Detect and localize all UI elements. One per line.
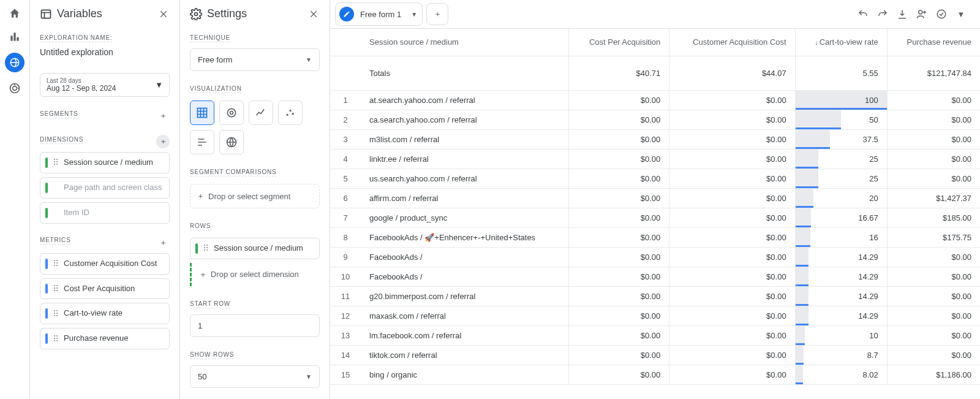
dimension-chip[interactable]: ⠿Session source / medium: [40, 152, 170, 173]
tab-bar: Free form 1 ▼ ＋ ▼: [330, 0, 980, 29]
table-row[interactable]: 7google / product_sync$0.00$0.0016.67$18…: [330, 208, 980, 227]
table-row[interactable]: 14tiktok.com / referral$0.00$0.008.7$0.0…: [330, 345, 980, 365]
metric-chip[interactable]: ⠿Customer Acquisition Cost: [40, 253, 170, 275]
chevron-down-icon: ▼: [155, 80, 163, 89]
drag-handle-icon: ⠿: [53, 309, 59, 319]
technique-label: TECHNIQUE: [190, 34, 230, 42]
show-rows-label: SHOW ROWS: [190, 351, 234, 359]
viz-table-button[interactable]: [190, 101, 214, 125]
sort-desc-icon: ↓: [815, 39, 818, 46]
variables-panel: Variables EXPLORATION NAME: Untitled exp…: [29, 0, 179, 399]
dimension-chip[interactable]: ⠿Item ID: [40, 202, 170, 224]
pencil-icon: [339, 7, 354, 21]
table-row[interactable]: 13lm.facebook.com / referral$0.00$0.0010…: [330, 325, 980, 345]
table-row[interactable]: 8FacebookAds / 🚀+Enhencer+-+United+State…: [330, 227, 980, 247]
download-button[interactable]: [895, 7, 909, 21]
add-tab-button[interactable]: ＋: [426, 3, 448, 25]
settings-title: Settings: [190, 7, 247, 20]
table-row[interactable]: 9FacebookAds /$0.00$0.0014.29$0.00: [330, 247, 980, 267]
viz-donut-button[interactable]: [219, 101, 244, 125]
table-row[interactable]: 1at.search.yahoo.com / referral$0.00$0.0…: [330, 90, 980, 110]
rows-label: ROWS: [190, 222, 211, 230]
close-icon[interactable]: [307, 8, 320, 20]
svg-rect-6: [42, 10, 51, 18]
col-m4[interactable]: Purchase revenue: [887, 29, 980, 56]
start-row-label: START ROW: [190, 300, 230, 308]
metrics-label: METRICS: [40, 237, 71, 245]
chevron-down-icon: ▼: [411, 11, 417, 18]
insights-button[interactable]: [935, 7, 948, 21]
drag-handle-icon: ⠿: [53, 259, 59, 268]
drag-handle-icon: ⠿: [203, 243, 209, 253]
home-icon[interactable]: [7, 6, 22, 21]
segment-comparisons-label: SEGMENT COMPARISONS: [190, 169, 277, 177]
date-range-picker[interactable]: Last 28 days Aug 12 - Sep 8, 2024 ▼: [40, 73, 170, 97]
gear-icon: [190, 8, 202, 20]
main-area: Free form 1 ▼ ＋ ▼ Session source / mediu…: [330, 0, 980, 399]
redo-button[interactable]: [876, 7, 889, 21]
nav-rail: [0, 0, 29, 399]
start-row-input[interactable]: [190, 314, 320, 337]
rows-dropzone[interactable]: ＋ Drop or select dimension: [190, 263, 320, 286]
settings-panel: Settings TECHNIQUE Free form▼ VISUALIZAT…: [179, 0, 330, 399]
drag-handle-icon: ⠿: [53, 158, 59, 167]
table-row[interactable]: 12maxask.com / referral$0.00$0.0014.29$0…: [330, 306, 980, 325]
dimensions-label: DIMENSIONS: [40, 136, 83, 144]
col-m2[interactable]: Customer Acquisition Cost: [669, 29, 795, 56]
svg-point-11: [286, 114, 288, 116]
svg-point-7: [195, 12, 198, 15]
drag-handle-icon: ⠿: [53, 284, 59, 294]
exploration-name-label: EXPLORATION NAME:: [40, 34, 112, 42]
dimension-chip[interactable]: ⠿Page path and screen class: [40, 177, 170, 199]
chevron-down-icon: ▼: [306, 56, 312, 63]
add-dimension-button[interactable]: ＋: [156, 135, 170, 148]
table-row[interactable]: 10FacebookAds /$0.00$0.0014.29$0.00: [330, 267, 980, 286]
svg-rect-1: [13, 32, 15, 40]
svg-point-10: [230, 112, 233, 115]
table-row[interactable]: 6affirm.com / referral$0.00$0.0020$1,427…: [330, 188, 980, 208]
advertising-icon[interactable]: [7, 81, 22, 96]
segments-label: SEGMENTS: [40, 110, 78, 118]
explore-icon[interactable]: [5, 53, 24, 72]
undo-button[interactable]: [856, 7, 870, 21]
drag-handle-icon: ⠿: [53, 334, 59, 344]
svg-rect-0: [10, 36, 12, 40]
svg-point-5: [13, 86, 17, 91]
svg-point-13: [292, 113, 294, 115]
table-row[interactable]: 4linktr.ee / referral$0.00$0.0025$0.00: [330, 149, 980, 169]
exploration-name[interactable]: Untitled exploration: [40, 47, 170, 57]
viz-geo-button[interactable]: [219, 130, 244, 154]
data-table[interactable]: Session source / medium Cost Per Acquisi…: [330, 29, 980, 399]
more-button[interactable]: ▼: [954, 7, 968, 21]
metric-chip[interactable]: ⠿Cart-to-view rate: [40, 303, 170, 324]
tab-freeform[interactable]: Free form 1 ▼: [335, 2, 423, 26]
metric-chip[interactable]: ⠿Cost Per Acquisition: [40, 278, 170, 300]
table-row[interactable]: 5us.search.yahoo.com / referral$0.00$0.0…: [330, 169, 980, 188]
table-row[interactable]: 3m3list.com / referral$0.00$0.0037.5$0.0…: [330, 129, 980, 149]
col-dimension[interactable]: Session source / medium: [361, 29, 568, 56]
metric-chip[interactable]: ⠿Purchase revenue: [40, 328, 170, 349]
share-button[interactable]: [915, 7, 929, 21]
show-rows-select[interactable]: 50▼: [190, 365, 320, 388]
variables-title: Variables: [40, 7, 102, 20]
variables-icon: [40, 8, 52, 20]
col-m3[interactable]: ↓Cart-to-view rate: [795, 29, 887, 56]
viz-scatter-button[interactable]: [278, 101, 303, 125]
col-m1[interactable]: Cost Per Acquisition: [568, 29, 669, 56]
table-row[interactable]: 15bing / organic$0.00$0.008.02$1,186.00: [330, 365, 980, 384]
chevron-down-icon: ▼: [306, 373, 312, 380]
reports-icon[interactable]: [7, 29, 22, 44]
close-icon[interactable]: [157, 8, 170, 20]
segment-dropzone[interactable]: ＋ Drop or select segment: [190, 184, 320, 208]
rows-chip[interactable]: ⠿ Session source / medium: [190, 238, 320, 259]
svg-rect-8: [198, 108, 207, 118]
viz-bar-button[interactable]: [190, 130, 214, 154]
table-row[interactable]: 2ca.search.yahoo.com / referral$0.00$0.0…: [330, 110, 980, 129]
visualization-label: VISUALIZATION: [190, 85, 242, 93]
svg-point-9: [227, 108, 235, 116]
technique-select[interactable]: Free form▼: [190, 48, 320, 71]
viz-line-button[interactable]: [249, 101, 273, 125]
table-row[interactable]: 11g20.bimmerpost.com / referral$0.00$0.0…: [330, 286, 980, 306]
add-segment-button[interactable]: ＋: [156, 109, 170, 123]
add-metric-button[interactable]: ＋: [156, 236, 170, 249]
